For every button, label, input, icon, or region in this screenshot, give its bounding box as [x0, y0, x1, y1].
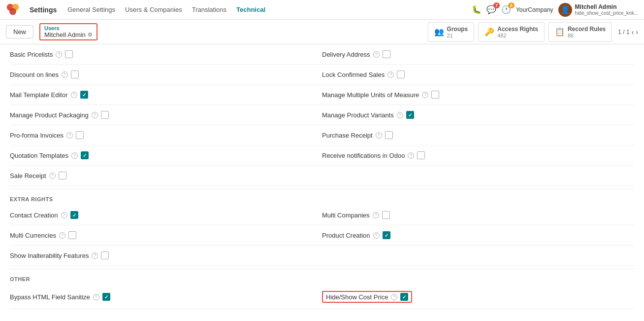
pro-forma-invoices-label: Pro-forma Invoices	[10, 132, 64, 139]
field-basic-pricelists: Basic Pricelists ?	[10, 47, 322, 61]
nav-general-settings[interactable]: General Settings	[66, 4, 116, 15]
company-name[interactable]: YourCompany	[516, 6, 553, 13]
avatar[interactable]: 👤	[558, 3, 572, 17]
extra-rights-row-3: Show Inalterability Features ?	[10, 246, 634, 266]
other-row-1: Bypass HTML Field Sanitize ? Hide/Show C…	[10, 285, 634, 309]
manage-product-variants-checkbox[interactable]	[406, 111, 414, 119]
lock-confirmed-sales-checkbox[interactable]	[397, 71, 405, 78]
quotation-templates-help[interactable]: ?	[71, 152, 78, 159]
delivery-address-help[interactable]: ?	[373, 51, 380, 58]
breadcrumb-parent[interactable]: Users	[44, 25, 93, 31]
manage-product-variants-label: Manage Product Variants	[322, 111, 394, 119]
topbar: Settings General Settings Users & Compan…	[0, 0, 644, 20]
bug-icon-btn[interactable]: 🐛	[472, 5, 482, 14]
mail-template-editor-help[interactable]: ?	[71, 92, 77, 98]
receive-notifications-help[interactable]: ?	[408, 152, 414, 159]
manage-product-packaging-help[interactable]: ?	[92, 112, 98, 118]
tab-groups-count: 21	[447, 33, 468, 38]
receive-notifications-checkbox[interactable]	[417, 151, 425, 159]
multi-currencies-label: Multi Currencies	[10, 232, 56, 239]
app-title: Settings	[30, 6, 57, 14]
nav-users-companies[interactable]: Users & Companies	[124, 4, 183, 15]
multi-currencies-checkbox[interactable]	[68, 231, 76, 239]
delivery-address-checkbox[interactable]	[383, 50, 390, 58]
record-rules-icon: 📋	[555, 27, 565, 36]
lock-confirmed-sales-help[interactable]: ?	[387, 71, 394, 78]
contact-creation-help[interactable]: ?	[61, 212, 67, 218]
activity-btn[interactable]: 🕐 2	[501, 5, 511, 14]
pro-forma-invoices-help[interactable]: ?	[66, 132, 73, 139]
field-row-3: Mail Template Editor ? Manage Multiple U…	[10, 85, 634, 105]
breadcrumb-current: Mitchell Admin	[44, 31, 86, 38]
purchase-receipt-help[interactable]: ?	[376, 132, 382, 139]
gear-icon[interactable]: ⚙	[88, 32, 93, 38]
hide-show-cost-price-help[interactable]: ?	[391, 294, 397, 300]
manage-multiple-units-checkbox[interactable]	[431, 91, 439, 99]
hide-show-cost-price-checkbox[interactable]	[400, 293, 408, 301]
manage-product-variants-help[interactable]: ?	[397, 112, 403, 118]
multi-companies-checkbox[interactable]	[382, 211, 390, 219]
field-row-5: Pro-forma Invoices ? Purchase Receipt ?	[10, 125, 634, 145]
new-button[interactable]: New	[6, 25, 33, 38]
bypass-html-help[interactable]: ?	[93, 294, 99, 300]
hide-show-cost-price-label: Hide/Show Cost Price	[326, 293, 388, 301]
tab-groups[interactable]: 👥 Groups 21	[428, 22, 475, 42]
sub-tabs: 👥 Groups 21 🔑 Access Rights 482 📋 Record…	[428, 22, 612, 42]
bypass-html-checkbox[interactable]	[102, 293, 110, 301]
nav-technical[interactable]: Technical	[235, 4, 266, 15]
manage-multiple-units-help[interactable]: ?	[422, 92, 428, 98]
field-multi-companies: Multi Companies ?	[322, 208, 634, 222]
messages-btn[interactable]: 💬 7	[486, 5, 496, 14]
field-manage-multiple-units: Manage Multiple Units of Measure ?	[322, 88, 634, 102]
app-logo[interactable]	[6, 3, 20, 17]
tab-access-rights[interactable]: 🔑 Access Rights 482	[478, 22, 545, 42]
receive-notifications-label: Receive notifications in Odoo	[322, 152, 405, 159]
contact-creation-checkbox[interactable]	[70, 211, 78, 219]
field-row-1: Basic Pricelists ? Delivery Address ?	[10, 44, 634, 65]
activity-badge: 2	[508, 2, 515, 8]
basic-pricelists-label: Basic Pricelists	[10, 51, 53, 58]
delivery-address-label: Delivery Address	[322, 51, 370, 58]
user-name: Mitchell Admin	[575, 3, 638, 10]
sale-receipt-label: Sale Receipt	[10, 172, 46, 179]
purchase-receipt-label: Purchase Receipt	[322, 132, 373, 139]
tab-groups-label: Groups	[447, 26, 468, 33]
discount-lines-checkbox[interactable]	[71, 71, 79, 78]
product-creation-help[interactable]: ?	[373, 232, 380, 239]
next-page-button[interactable]: ›	[636, 28, 638, 36]
basic-pricelists-checkbox[interactable]	[65, 50, 73, 58]
tab-record-rules[interactable]: 📋 Record Rules 86	[548, 22, 612, 42]
sale-receipt-help[interactable]: ?	[49, 173, 56, 179]
field-delivery-address: Delivery Address ?	[322, 47, 634, 61]
field-manage-product-variants: Manage Product Variants ?	[322, 108, 634, 122]
mail-template-editor-checkbox[interactable]	[80, 91, 88, 99]
bypass-html-label: Bypass HTML Field Sanitize	[10, 293, 90, 301]
manage-product-packaging-checkbox[interactable]	[101, 111, 109, 119]
purchase-receipt-checkbox[interactable]	[385, 131, 393, 139]
show-inalterability-help[interactable]: ?	[92, 252, 98, 259]
tab-access-rights-count: 482	[497, 33, 538, 38]
product-creation-checkbox[interactable]	[383, 231, 390, 239]
messages-badge: 7	[493, 2, 500, 8]
multi-currencies-help[interactable]: ?	[59, 232, 65, 239]
pagination: 1 / 1 ‹ ›	[618, 28, 638, 36]
other-section: OTHER Bypass HTML Field Sanitize ? Hide/…	[10, 269, 634, 309]
field-product-creation: Product Creation ?	[322, 228, 634, 242]
access-rights-icon: 🔑	[484, 27, 494, 36]
discount-lines-help[interactable]: ?	[62, 71, 68, 78]
basic-pricelists-help[interactable]: ?	[56, 51, 62, 58]
user-sub: hide_show_cost_price_knk...	[575, 10, 638, 16]
field-empty-right	[322, 169, 634, 182]
show-inalterability-checkbox[interactable]	[101, 251, 109, 259]
field-quotation-templates: Quotation Templates ?	[10, 148, 322, 162]
multi-companies-help[interactable]: ?	[373, 212, 379, 218]
lock-confirmed-sales-label: Lock Confirmed Sales	[322, 71, 385, 78]
hide-show-cost-price-highlighted: Hide/Show Cost Price ?	[322, 291, 412, 303]
prev-page-button[interactable]: ‹	[632, 28, 634, 36]
pro-forma-invoices-checkbox[interactable]	[76, 131, 84, 139]
bug-icon: 🐛	[472, 5, 482, 14]
nav-translations[interactable]: Translations	[191, 4, 227, 15]
quotation-templates-checkbox[interactable]	[81, 151, 89, 159]
sale-receipt-checkbox[interactable]	[59, 172, 66, 179]
field-row-7: Sale Receipt ?	[10, 166, 634, 186]
